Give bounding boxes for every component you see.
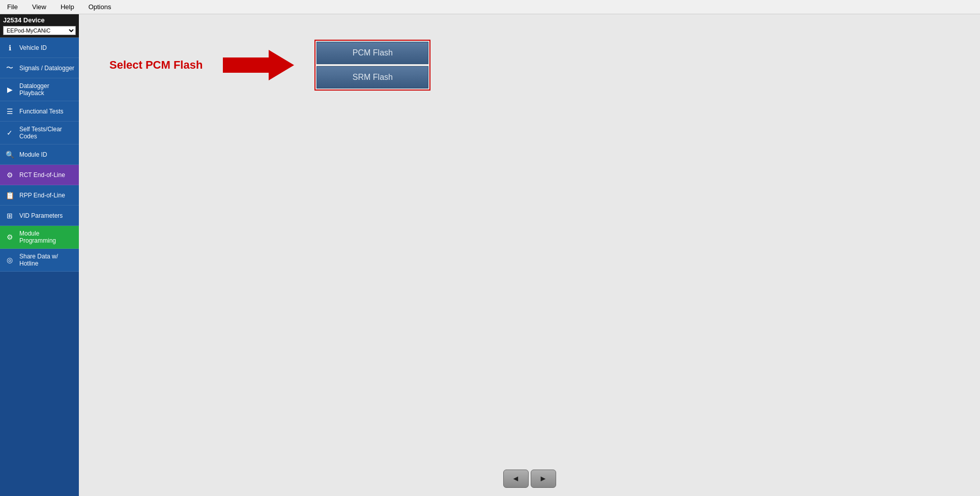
- sidebar-label-module-programming: Module Programming: [19, 230, 75, 244]
- rpp-icon: 📋: [4, 190, 15, 201]
- flash-buttons-container: PCM Flash SRM Flash: [314, 40, 430, 91]
- vid-icon: ⊞: [4, 210, 15, 221]
- sidebar-item-datalogger-playback[interactable]: ▶ Datalogger Playback: [0, 78, 79, 101]
- sidebar-label-functional-tests: Functional Tests: [19, 108, 64, 115]
- menu-view[interactable]: View: [29, 2, 49, 12]
- signals-icon: 〜: [4, 63, 15, 74]
- sidebar-item-vid-parameters[interactable]: ⊞ VID Parameters: [0, 206, 79, 226]
- menu-file[interactable]: File: [4, 2, 21, 12]
- sidebar-item-vehicle-id[interactable]: ℹ Vehicle ID: [0, 38, 79, 58]
- sidebar-label-module-id: Module ID: [19, 151, 47, 158]
- list-icon: ☰: [4, 106, 15, 117]
- info-icon: ℹ: [4, 42, 15, 53]
- sidebar-item-rct-end-of-line[interactable]: ⚙ RCT End-of-Line: [0, 165, 79, 185]
- back-button[interactable]: ◄: [503, 470, 529, 488]
- sidebar-item-functional-tests[interactable]: ☰ Functional Tests: [0, 101, 79, 122]
- rct-icon: ⚙: [4, 169, 15, 181]
- sidebar-label-self-tests: Self Tests/Clear Codes: [19, 126, 75, 140]
- sidebar: J2534 Device EEPod-MyCANiC ℹ Vehicle ID …: [0, 14, 79, 496]
- sidebar-item-module-id[interactable]: 🔍 Module ID: [0, 144, 79, 165]
- content-area: Select PCM Flash PCM Flash SRM Flash: [79, 14, 980, 461]
- device-title: J2534 Device: [3, 16, 76, 24]
- sidebar-item-signals-datalogger[interactable]: 〜 Signals / Datalogger: [0, 58, 79, 78]
- device-section: J2534 Device EEPod-MyCANiC: [0, 14, 79, 38]
- forward-button[interactable]: ►: [531, 470, 556, 488]
- play-icon: ▶: [4, 84, 15, 95]
- sidebar-item-module-programming[interactable]: ⚙ Module Programming: [0, 226, 79, 249]
- red-arrow-icon: [223, 50, 294, 80]
- sidebar-item-share-data[interactable]: ◎ Share Data w/ Hotline: [0, 249, 79, 272]
- menu-options[interactable]: Options: [85, 2, 114, 12]
- search-icon: 🔍: [4, 149, 15, 160]
- bottom-nav: ◄ ►: [79, 461, 980, 496]
- sidebar-label-vehicle-id: Vehicle ID: [19, 44, 47, 51]
- svg-marker-0: [223, 50, 294, 80]
- main-content: Select PCM Flash PCM Flash SRM Flash ◄ ►: [79, 14, 980, 496]
- sidebar-label-rpp: RPP End-of-Line: [19, 192, 65, 199]
- device-select[interactable]: EEPod-MyCANiC: [3, 26, 76, 35]
- sidebar-label-signals: Signals / Datalogger: [19, 65, 74, 72]
- menu-bar: File View Help Options: [0, 0, 980, 14]
- sidebar-item-self-tests[interactable]: ✓ Self Tests/Clear Codes: [0, 122, 79, 144]
- srm-flash-button[interactable]: SRM Flash: [316, 66, 428, 89]
- sidebar-label-rct: RCT End-of-Line: [19, 171, 65, 179]
- share-icon: ◎: [4, 254, 15, 266]
- select-pcm-row: Select PCM Flash PCM Flash SRM Flash: [109, 40, 949, 91]
- module-prog-icon: ⚙: [4, 231, 15, 243]
- sidebar-label-share-data: Share Data w/ Hotline: [19, 253, 75, 267]
- sidebar-label-vid: VID Parameters: [19, 212, 63, 219]
- sidebar-item-rpp-end-of-line[interactable]: 📋 RPP End-of-Line: [0, 185, 79, 206]
- check-icon: ✓: [4, 127, 15, 138]
- sidebar-label-playback: Datalogger Playback: [19, 82, 75, 97]
- select-pcm-label: Select PCM Flash: [109, 59, 203, 72]
- menu-help[interactable]: Help: [57, 2, 77, 12]
- pcm-flash-button[interactable]: PCM Flash: [316, 42, 428, 64]
